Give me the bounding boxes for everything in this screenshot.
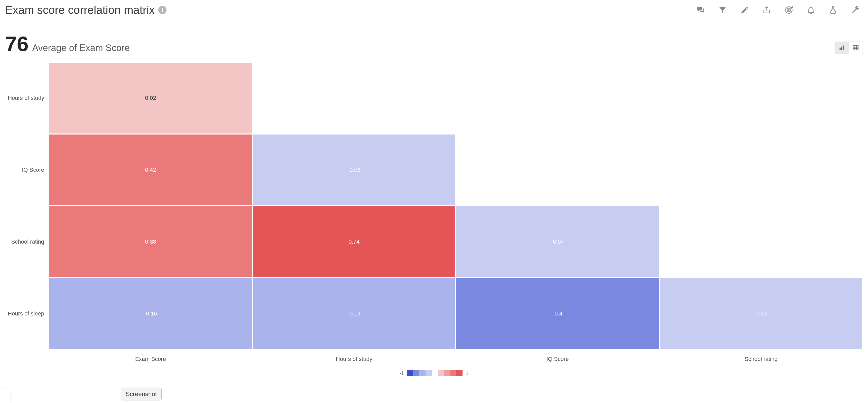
view-table-button[interactable] <box>849 42 863 54</box>
heatmap-cell-empty <box>659 206 863 278</box>
column-label: Exam Score <box>49 349 252 365</box>
row-label: School rating <box>5 206 49 278</box>
view-chart-button[interactable] <box>835 42 849 54</box>
flask-icon[interactable] <box>828 5 838 15</box>
heatmap-cell-empty <box>456 134 659 206</box>
legend-swatch <box>420 370 426 376</box>
heatmap-cell-empty <box>252 62 456 134</box>
heatmap-cell[interactable]: 0.74 <box>252 206 456 278</box>
svg-rect-5 <box>843 45 844 50</box>
legend-swatch <box>426 370 432 376</box>
color-legend: -1 1 <box>5 370 863 376</box>
heatmap-cell[interactable]: -0.19 <box>252 278 456 349</box>
correlation-heatmap: Hours of study0.02IQ Score0.42-0.06Schoo… <box>5 62 863 376</box>
svg-rect-6 <box>853 45 858 50</box>
heatmap-cell[interactable]: -0.02 <box>659 278 863 349</box>
toolbar <box>695 5 863 15</box>
heatmap-cell[interactable]: 0.38 <box>49 206 252 278</box>
screenshot-button[interactable]: Screenshot <box>121 388 162 400</box>
heatmap-cell[interactable]: 0.42 <box>49 134 252 206</box>
chat-icon[interactable] <box>695 5 706 15</box>
legend-max-label: 1 <box>466 370 468 376</box>
wrench-icon[interactable] <box>850 5 860 15</box>
view-toggle <box>835 42 863 54</box>
decorative-corner <box>0 388 10 403</box>
pencil-icon[interactable] <box>740 5 750 15</box>
row-label: Hours of study <box>5 62 49 134</box>
kpi-label: Average of Exam Score <box>32 43 130 54</box>
legend-swatch <box>450 370 456 376</box>
row-label: IQ Score <box>5 134 49 206</box>
column-label: IQ Score <box>456 349 659 365</box>
legend-swatch <box>413 370 420 376</box>
legend-swatch <box>438 370 444 376</box>
heatmap-cell-empty <box>456 62 659 134</box>
heatmap-cell[interactable]: -0.4 <box>456 278 659 349</box>
info-icon[interactable]: i <box>158 6 166 14</box>
heatmap-cell[interactable]: -0.16 <box>49 278 252 349</box>
heatmap-cell[interactable]: -0.06 <box>252 134 456 206</box>
legend-swatch <box>456 370 463 376</box>
svg-rect-3 <box>839 48 840 50</box>
bell-icon[interactable] <box>806 5 816 15</box>
page-title: Exam score correlation matrix <box>5 4 155 16</box>
legend-min-label: -1 <box>400 370 404 376</box>
row-label: Hours of sleep <box>5 278 49 349</box>
legend-swatch <box>444 370 450 376</box>
heatmap-cell-empty <box>659 62 863 134</box>
legend-swatch <box>407 370 413 376</box>
heatmap-cell[interactable]: -0.07 <box>456 206 659 278</box>
svg-point-2 <box>788 10 789 10</box>
column-label: Hours of study <box>252 349 456 365</box>
share-icon[interactable] <box>762 5 772 15</box>
kpi-value: 76 <box>5 33 29 55</box>
column-label: School rating <box>659 349 863 365</box>
heatmap-cell-empty <box>659 134 863 206</box>
svg-rect-4 <box>841 47 842 50</box>
target-icon[interactable] <box>784 5 794 15</box>
heatmap-cell[interactable]: 0.02 <box>49 62 252 134</box>
filter-icon[interactable] <box>717 5 728 15</box>
